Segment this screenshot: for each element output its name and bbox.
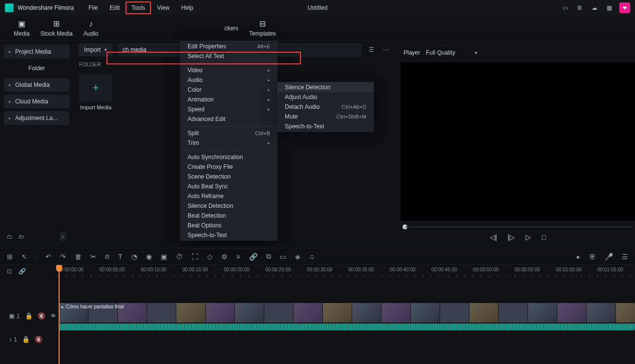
scrub-bar[interactable] — [401, 223, 635, 230]
play-icon[interactable]: ▷ — [526, 233, 531, 241]
audio-mute[interactable]: MuteCtrl+Shift+M — [278, 112, 373, 121]
layout-icon[interactable]: ⊞ — [7, 253, 13, 261]
tools-auto-reframe[interactable]: Auto Reframe — [181, 191, 277, 201]
settings-icon[interactable]: ⚙ — [221, 253, 228, 261]
player-header: Player Full Quality▾ — [401, 45, 635, 61]
screen-icon[interactable]: ▭ — [561, 3, 570, 12]
menu-tools[interactable]: Tools — [126, 1, 151, 14]
adjust-icon[interactable]: ▣ — [161, 253, 167, 261]
crop-icon[interactable]: ⧈ — [105, 252, 109, 261]
color-icon[interactable]: ◉ — [146, 253, 152, 261]
import-button[interactable]: Import▾ — [78, 43, 113, 56]
stop-icon[interactable]: □ — [542, 233, 546, 241]
tools-audio[interactable]: Audio▸ — [181, 75, 277, 85]
lock-icon[interactable]: 🔒 — [25, 312, 33, 320]
eye-icon[interactable]: 👁 — [50, 312, 57, 320]
magnet-icon[interactable]: ⊡ — [7, 268, 12, 275]
menu-edit[interactable]: Edit — [104, 1, 126, 14]
quality-select[interactable]: Full Quality▾ — [426, 49, 477, 56]
grid-icon[interactable]: ▦ — [605, 3, 614, 12]
new-folder-icon[interactable]: 🗀 — [7, 233, 13, 240]
audio-detach[interactable]: Detach AudioCtrl+Alt+D — [278, 102, 373, 112]
mute-icon[interactable]: 🔇 — [38, 312, 45, 320]
tools-color[interactable]: Color▸ — [181, 85, 277, 95]
audio-silence-detection[interactable]: Silence Detection — [278, 82, 373, 92]
video-preview[interactable] — [401, 62, 635, 221]
render-icon[interactable]: ▸ — [577, 253, 580, 261]
equalizer-icon[interactable]: ≡ — [236, 253, 240, 261]
text-icon[interactable]: T — [118, 253, 123, 261]
audio-track-icon[interactable]: ♪ 1 — [9, 336, 17, 343]
tab-media[interactable]: ▣Media — [14, 19, 30, 37]
speed-icon[interactable]: ◔ — [131, 253, 137, 261]
new-bin-icon[interactable]: 🗁 — [19, 233, 24, 240]
video-clip[interactable]: Cómo hacer pantallas final — [59, 303, 635, 323]
chevron-right-icon: ▸ — [268, 97, 270, 102]
lock-icon[interactable]: 🔒 — [22, 336, 30, 343]
next-frame-icon[interactable]: |▷ — [508, 233, 515, 241]
sidebar-folder[interactable]: Folder — [4, 61, 69, 75]
audio-submenu: Silence Detection Adjust Audio Detach Au… — [277, 82, 374, 132]
tab-audio[interactable]: ♪Audio — [84, 20, 99, 37]
microphone-icon[interactable]: 🎤 — [605, 253, 613, 261]
music-icon[interactable]: ♫ — [309, 253, 315, 261]
video-track-content[interactable]: Cómo hacer pantallas final — [58, 301, 635, 330]
chevron-down-icon: ▾ — [475, 50, 477, 55]
tools-auto-beat-sync[interactable]: Auto Beat Sync — [181, 182, 277, 191]
tools-speech-to-text[interactable]: Speech-to-Text — [181, 230, 277, 240]
import-tile[interactable]: + Import Media — [79, 74, 112, 110]
sidebar-cloud-media[interactable]: ▸Cloud Media — [4, 95, 69, 108]
app-name: Wondershare Filmora — [18, 4, 74, 11]
playhead[interactable] — [59, 265, 60, 364]
menu-view[interactable]: View — [151, 1, 175, 14]
cut-icon[interactable]: ✂ — [90, 253, 96, 261]
tools-proxy[interactable]: Create Proxy File — [181, 162, 277, 172]
sidebar-adjustment-layer[interactable]: ▸Adjustment La... — [4, 111, 69, 125]
tab-stickers[interactable]: ckers — [224, 25, 238, 32]
timer-icon[interactable]: ⏱ — [176, 253, 183, 261]
shield-icon[interactable]: ⛨ — [589, 253, 596, 261]
tools-beat-detection: Beat Detection — [181, 211, 277, 221]
templates-icon: ⊟ — [259, 19, 266, 28]
group-icon[interactable]: ⧉ — [266, 252, 271, 261]
more-icon[interactable]: ⋯ — [381, 46, 391, 53]
save-icon[interactable]: 🗎 — [575, 3, 584, 12]
player-panel: Player Full Quality▾ ◁| |▷ ▷ □ — [396, 41, 635, 248]
link-icon[interactable]: 🔗 — [249, 253, 257, 261]
redo-icon[interactable]: ↷ — [60, 253, 66, 261]
audio-track-content[interactable] — [58, 330, 635, 348]
menu-file[interactable]: File — [83, 1, 104, 14]
undo-icon[interactable]: ↶ — [45, 253, 51, 261]
cursor-icon[interactable]: ↖ — [21, 253, 27, 261]
tools-edit-properties[interactable]: Edit PropertiesAlt+E — [181, 41, 277, 51]
keyframe-icon[interactable]: ◇ — [207, 253, 212, 261]
tools-speed[interactable]: Speed▸ — [181, 104, 277, 114]
chevron-right-icon: ▸ — [268, 68, 270, 73]
video-track-icon[interactable]: ▣ 1 — [9, 312, 20, 320]
chevron-right-icon: ▸ — [9, 99, 11, 104]
delete-icon[interactable]: 🗑 — [75, 253, 82, 261]
chevron-down-icon: ▾ — [105, 47, 107, 52]
sidebar-global-media[interactable]: ▸Global Media — [4, 78, 69, 92]
menu-help[interactable]: Help — [175, 1, 199, 14]
cloud-icon[interactable]: ☁ — [590, 3, 599, 12]
audio-adjust[interactable]: Adjust Audio — [278, 92, 373, 102]
sidebar-project-media[interactable]: ▸Project Media — [4, 45, 69, 59]
link-track-icon[interactable]: 🔗 — [19, 268, 26, 275]
mute-icon[interactable]: 🔇 — [35, 336, 42, 343]
fit-icon[interactable]: ⛶ — [191, 253, 198, 261]
prev-frame-icon[interactable]: ◁| — [490, 233, 497, 241]
tab-templates[interactable]: ⊟Templates — [249, 19, 276, 37]
mic-icon[interactable]: ◈ — [295, 253, 300, 261]
collapse-icon[interactable]: ‹ — [60, 232, 66, 241]
tools-video[interactable]: Video▸ — [181, 65, 277, 75]
mixer-icon[interactable]: ☰ — [622, 253, 628, 261]
audio-stt[interactable]: Speech-to-Text — [278, 121, 373, 131]
marker-icon[interactable]: ▭ — [280, 253, 286, 261]
tools-scene-detection[interactable]: Scene Detection — [181, 172, 277, 182]
tools-silence-detection[interactable]: Silence Detection — [181, 201, 277, 211]
premium-icon[interactable] — [619, 2, 630, 13]
filter-icon[interactable]: ☰ — [367, 46, 376, 53]
tab-stock-media[interactable]: ⊞Stock Media — [41, 19, 73, 37]
time-ruler[interactable]: 00:00:00:0000:00:05:0000:00:10:0000:00:1… — [58, 265, 635, 279]
